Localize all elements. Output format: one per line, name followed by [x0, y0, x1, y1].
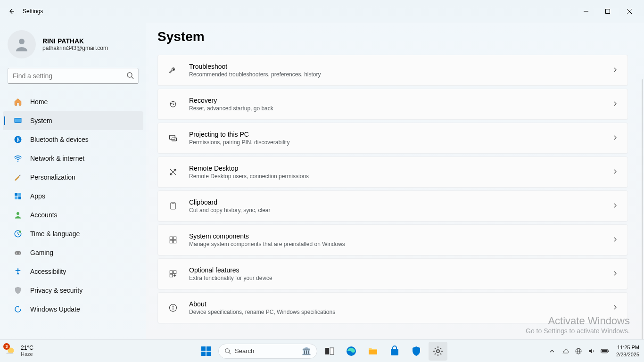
nav-label: Apps [30, 192, 45, 200]
chevron-right-icon [612, 236, 618, 244]
svg-rect-44 [330, 348, 334, 354]
card-projecting[interactable]: Projecting to this PCPermissions, pairin… [157, 123, 628, 154]
task-view-button[interactable] [320, 342, 339, 361]
chevron-right-icon [612, 202, 618, 210]
nav-list: Home System Bluetooth & devices Network … [0, 92, 146, 319]
nav-personalization[interactable]: Personalization [3, 168, 143, 187]
back-button[interactable] [4, 4, 19, 19]
battery-icon [601, 348, 609, 354]
maximize-icon [605, 9, 610, 14]
card-title: Clipboard [189, 198, 612, 206]
chevron-right-icon [612, 100, 618, 108]
explorer-button[interactable] [363, 342, 382, 361]
card-sub: Reset, advanced startup, go back [189, 105, 612, 112]
settings-taskbar-button[interactable] [429, 342, 447, 361]
apps-icon [13, 191, 23, 201]
card-system-components[interactable]: System componentsManage system component… [157, 224, 628, 255]
nav-apps[interactable]: Apps [3, 187, 143, 206]
scrollbar[interactable] [642, 79, 643, 339]
card-sub: Permissions, pairing PIN, discoverabilit… [189, 139, 612, 146]
svg-rect-38 [206, 346, 211, 351]
window-title: Settings [23, 8, 43, 15]
nav-label: Bluetooth & devices [30, 136, 89, 143]
card-title: System components [189, 232, 612, 240]
card-recovery[interactable]: RecoveryReset, advanced startup, go back [157, 89, 628, 120]
svg-point-15 [17, 212, 19, 215]
nav-gaming[interactable]: Gaming [3, 243, 143, 262]
home-icon [13, 97, 23, 107]
tray-battery[interactable] [600, 346, 610, 356]
weather-temp: 21°C [21, 345, 33, 351]
svg-rect-43 [325, 348, 329, 354]
nav-label: Personalization [30, 173, 75, 181]
tray-volume[interactable] [587, 346, 596, 356]
nav-system[interactable]: System [3, 111, 143, 130]
main-content: System TroubleshootRecommended troublesh… [146, 23, 644, 339]
volume-icon [588, 347, 595, 355]
page-title: System [157, 29, 628, 44]
svg-rect-30 [170, 271, 173, 273]
card-about[interactable]: AboutDevice specifications, rename PC, W… [157, 292, 628, 323]
tray-onedrive[interactable] [561, 346, 570, 356]
project-icon [167, 132, 179, 144]
nav-privacy[interactable]: Privacy & security [3, 281, 143, 300]
chevron-right-icon [612, 66, 618, 74]
minimize-button[interactable] [575, 4, 597, 19]
profile-name: RINI PATHAK [42, 37, 108, 45]
nav-home[interactable]: Home [3, 92, 143, 111]
card-sub: Recommended troubleshooters, preferences… [189, 71, 612, 78]
nav-bluetooth[interactable]: Bluetooth & devices [3, 130, 143, 149]
avatar [8, 30, 36, 58]
security-shield-icon [411, 346, 422, 357]
card-sub: Extra functionality for your device [189, 275, 612, 281]
maximize-button[interactable] [597, 4, 619, 19]
search-input[interactable] [8, 68, 139, 84]
card-title: About [189, 300, 612, 308]
nav-accessibility[interactable]: Accessibility [3, 262, 143, 281]
minimize-icon [584, 9, 588, 14]
svg-rect-31 [173, 271, 176, 273]
clock-time: 11:25 PM [616, 344, 639, 351]
nav-accounts[interactable]: Accounts [3, 206, 143, 224]
svg-point-10 [17, 161, 18, 162]
card-remote-desktop[interactable]: Remote DesktopRemote Desktop users, conn… [157, 156, 628, 188]
nav-label: System [30, 117, 52, 124]
store-button[interactable] [385, 342, 404, 361]
svg-rect-8 [15, 119, 21, 123]
svg-rect-40 [206, 352, 211, 356]
windows-icon [200, 346, 212, 357]
security-button[interactable] [407, 342, 426, 361]
clock[interactable]: 11:25 PM 2/28/2025 [616, 344, 639, 358]
svg-rect-18 [15, 251, 21, 255]
card-troubleshoot[interactable]: TroubleshootRecommended troubleshooters,… [157, 55, 628, 86]
nav-network[interactable]: Network & internet [3, 149, 143, 168]
chevron-right-icon [612, 304, 618, 312]
svg-point-41 [225, 348, 230, 353]
card-sub: Cut and copy history, sync, clear [189, 207, 612, 214]
edge-button[interactable] [342, 342, 361, 361]
sidebar: RINI PATHAK pathakrini343@gmail.com Home… [0, 23, 146, 339]
tray-language[interactable] [574, 346, 583, 356]
globe-icon [575, 347, 582, 355]
tray-chevron[interactable] [547, 346, 557, 356]
nav-update[interactable]: Windows Update [3, 300, 143, 319]
accessibility-icon [13, 267, 23, 276]
update-icon [13, 304, 23, 314]
card-clipboard[interactable]: ClipboardCut and copy history, sync, cle… [157, 190, 628, 222]
card-optional-features[interactable]: Optional featuresExtra functionality for… [157, 258, 628, 289]
search-decoration-icon: 🏛️ [302, 346, 311, 355]
start-button[interactable] [197, 342, 215, 361]
svg-rect-14 [18, 197, 21, 199]
wrench-icon [167, 65, 179, 76]
nav-time[interactable]: Time & language [3, 224, 143, 243]
search-wrapper [8, 68, 139, 84]
profile-email: pathakrini343@gmail.com [42, 45, 108, 51]
taskbar-search[interactable]: Search 🏛️ [218, 344, 317, 359]
profile-block[interactable]: RINI PATHAK pathakrini343@gmail.com [0, 26, 146, 68]
taskbar: 3 21°C Haze Search 🏛️ 11:25 PM 2/28/2025 [0, 339, 644, 362]
optional-icon [167, 268, 179, 280]
close-button[interactable] [619, 4, 640, 19]
brush-icon [13, 173, 23, 182]
svg-rect-55 [608, 350, 609, 352]
weather-widget[interactable]: 3 21°C Haze [5, 345, 33, 358]
